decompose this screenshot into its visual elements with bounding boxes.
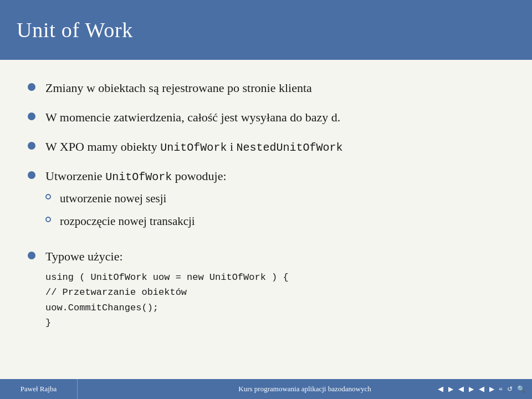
footer-bar: Paweł Rajba Kurs programowania aplikacji… [0,379,532,399]
nav-icon-6[interactable]: 🔍 [516,385,526,393]
bullet-text-2: W momencie zatwierdzenia, całość jest wy… [45,109,504,126]
sub-text-1: utworzenie nowej sesji [60,191,166,207]
code-line-1: using ( UnitOfWork uow = new UnitOfWork … [45,270,289,285]
bullet-list: Zmiany w obiektach są rejestrowane po st… [28,80,504,330]
list-item: Utworzenie UnitOfWork powoduje: utworzen… [28,168,504,237]
nav-icon-4[interactable]: ≡ [498,385,504,393]
list-item: Typowe użycie: using ( UnitOfWork uow = … [28,248,504,330]
nav-icon-1[interactable]: ▶ [447,385,454,393]
sub-text-2: rozpoczęcie nowej transakcji [60,213,195,229]
code-unitofwork: UnitOfWork [160,141,227,154]
code-unitofwork-2: UnitOfWork [105,171,172,183]
main-content: Zmiany w obiektach są rejestrowane po st… [0,60,532,354]
code-line-4: } [45,315,289,330]
bullet-text-3: W XPO mamy obiekty UnitOfWork i NestedUn… [45,139,504,156]
footer-author: Paweł Rajba [0,379,78,399]
nav-sep2: ◀ [477,385,486,393]
sub-list-item: utworzenie nowej sesji [45,191,195,207]
list-item: Zmiany w obiektach są rejestrowane po st… [28,80,504,97]
nav-icon-3[interactable]: ▶ [488,385,495,393]
code-line-2: // Przetwarzanie obiektów [45,285,289,300]
bullet-text-4: Utworzenie UnitOfWork powoduje: [45,168,227,185]
bullet-text-5: Typowe użycie: [45,248,123,265]
code-block: using ( UnitOfWork uow = new UnitOfWork … [45,270,289,330]
nav-prev-arrow[interactable]: ◀ [436,385,445,393]
sub-dot-2 [45,217,51,222]
bullet-dot-5 [28,252,35,259]
code-nestedunitofwork: NestedUnitOfWork [237,141,343,154]
list-item: W XPO mamy obiekty UnitOfWork i NestedUn… [28,139,504,156]
code-line-3: uow.CommitChanges(); [45,300,289,315]
header-bar: Unit of Work [0,0,532,60]
nav-icon-5[interactable]: ↺ [506,385,514,393]
bullet-dot-3 [28,142,35,150]
sub-list-item: rozpoczęcie nowej transakcji [45,213,195,229]
bullet-dot-4 [28,171,35,179]
slide-title: Unit of Work [17,18,133,42]
footer-navigation[interactable]: ◀ ▶ ◀ ▶ ◀ ▶ ≡ ↺ 🔍 [436,385,526,393]
list-item: W momencie zatwierdzenia, całość jest wy… [28,109,504,126]
bullet-dot-1 [28,83,35,91]
bullet-dot-2 [28,112,35,120]
sub-list: utworzenie nowej sesji rozpoczęcie nowej… [45,191,195,237]
bullet-text-1: Zmiany w obiektach są rejestrowane po st… [45,80,504,97]
nav-sep1: ◀ [457,385,466,393]
sub-dot-1 [45,194,51,200]
nav-icon-2[interactable]: ▶ [468,385,475,393]
